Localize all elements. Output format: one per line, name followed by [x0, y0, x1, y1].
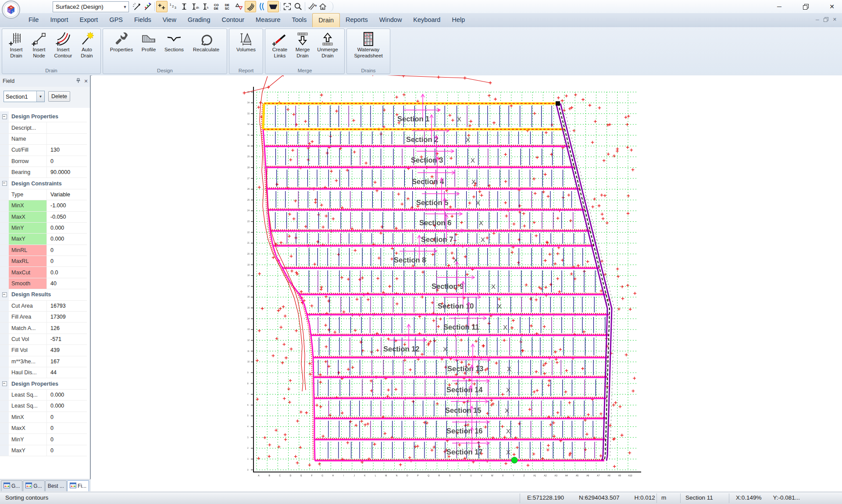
property-value[interactable]: 44 [47, 367, 87, 378]
property-value[interactable]: 0 [47, 256, 87, 266]
property-value[interactable]: 0 [47, 412, 87, 422]
property-value[interactable]: 90.0000 [47, 167, 87, 177]
property-value[interactable]: -571 [47, 334, 87, 344]
property-value[interactable]: 167 [47, 356, 87, 367]
open-folder-icon[interactable] [38, 1, 48, 12]
level-ah-icon[interactable]: h [201, 1, 211, 12]
collapse-icon[interactable] [2, 181, 7, 186]
waterway-spreadsheet-button[interactable]: Waterway Spreadsheet [350, 31, 387, 59]
property-value[interactable] [47, 122, 87, 133]
panel-close-icon[interactable]: ✕ [82, 78, 90, 84]
property-value[interactable]: 126 [47, 323, 87, 333]
tab-export[interactable]: Export [74, 13, 103, 27]
magnifier-icon[interactable] [293, 1, 303, 12]
collapse-icon[interactable] [2, 114, 7, 119]
section-selector[interactable]: Section1 ▼ [4, 91, 45, 102]
flow-lines-icon[interactable] [257, 1, 267, 12]
tab-reports[interactable]: Reports [340, 13, 374, 27]
property-value[interactable]: 0 [47, 445, 87, 456]
tab-import[interactable]: Import [44, 13, 74, 27]
properties-button[interactable]: Properties [106, 31, 137, 53]
property-value[interactable]: 0.0 [47, 267, 87, 277]
numbering-icon[interactable]: 123 [168, 1, 178, 12]
tab-fields[interactable]: Fields [128, 13, 157, 27]
insert-contour-button[interactable]: Insert Contour [50, 31, 76, 59]
collapse-icon[interactable] [2, 292, 7, 297]
auto-drain-button[interactable]: Auto Drain [76, 31, 98, 59]
status-easting: E:571228.190 [527, 494, 564, 501]
tab-tools[interactable]: Tools [286, 13, 312, 27]
level-icon[interactable] [179, 1, 189, 12]
collapse-icon[interactable] [2, 381, 7, 386]
merge-drain-button[interactable]: Merge Drain [292, 31, 314, 59]
property-value[interactable]: -0.050 [47, 212, 87, 222]
tab-window[interactable]: Window [374, 13, 408, 27]
view-tab-g[interactable]: G... [1, 480, 22, 491]
code-icon[interactable]: CODE [212, 1, 222, 12]
property-value[interactable]: -1.000 [47, 200, 87, 211]
level-dh-icon[interactable]: dh [190, 1, 200, 12]
volumes-button[interactable]: Volumes [232, 31, 260, 53]
app-logo-icon[interactable]: M F C [2, 0, 20, 19]
view-tab-fi[interactable]: Fi... [67, 480, 89, 491]
tab-measure[interactable]: Measure [250, 13, 286, 27]
property-value[interactable]: 0.000 [47, 234, 87, 244]
property-value[interactable]: 130 [47, 145, 87, 155]
insert-drain-button[interactable]: Insert Drain [5, 31, 28, 59]
profile-button[interactable]: Profile [137, 31, 160, 53]
unmerge-drain-button[interactable]: Unmerge Drain [314, 31, 342, 59]
close-button[interactable]: ✕ [825, 1, 838, 12]
triangles-icon[interactable] [234, 1, 244, 12]
create-links-button[interactable]: Create Links [268, 31, 292, 59]
tab-contour[interactable]: Contour [216, 13, 250, 27]
zoom-extents-icon[interactable] [282, 1, 293, 12]
property-label: MaxX [9, 212, 47, 222]
ribbon-button-label: Profile [142, 47, 156, 53]
property-value[interactable]: 0 [47, 156, 87, 167]
delete-button[interactable]: Delete [48, 91, 70, 102]
contour-lines-icon[interactable] [245, 1, 256, 12]
tab-drain[interactable]: Drain [312, 13, 340, 27]
colored-line-icon[interactable] [143, 1, 153, 12]
sections-button[interactable]: Sections [160, 31, 188, 53]
insert-node-button[interactable]: Insert Node [28, 31, 50, 59]
property-value[interactable]: 0 [47, 423, 87, 433]
desc-icon[interactable]: DESC [223, 1, 233, 12]
mdi-minimize-icon[interactable]: ─ [816, 17, 819, 22]
home-icon[interactable] [318, 1, 328, 12]
property-value[interactable]: Variable [47, 189, 87, 200]
status-height: H:0.012 [634, 494, 655, 501]
map-canvas[interactable] [92, 75, 842, 491]
minimize-button[interactable]: ─ [773, 1, 786, 12]
surface-selector[interactable]: Surface2 (Design) ▼ [53, 1, 129, 12]
add-points-icon[interactable] [156, 1, 168, 12]
property-value[interactable]: 0.000 [47, 401, 87, 411]
property-value[interactable]: 16793 [47, 301, 87, 311]
tab-help[interactable]: Help [446, 13, 471, 27]
view-tab-best[interactable]: Best ... [45, 480, 67, 491]
tab-keyboard[interactable]: Keyboard [407, 13, 446, 27]
property-value[interactable]: 0.000 [47, 390, 87, 400]
property-value[interactable]: 0.000 [47, 223, 87, 233]
property-value[interactable]: 0 [47, 434, 87, 444]
view-tab-g[interactable]: G... [23, 480, 44, 491]
tab-gps[interactable]: GPS [103, 13, 128, 27]
restore-button[interactable] [799, 1, 812, 12]
recalculate-button[interactable]: Recalculate [188, 31, 224, 53]
new-document-icon[interactable] [25, 1, 36, 12]
tab-file[interactable]: File [23, 13, 44, 27]
tab-grading[interactable]: Grading [182, 13, 216, 27]
property-value[interactable] [47, 134, 87, 144]
mdi-restore-icon[interactable] [824, 17, 828, 22]
drain-shape-icon[interactable] [268, 1, 279, 12]
property-value[interactable]: 40 [47, 278, 87, 289]
pin-icon[interactable] [74, 78, 82, 84]
mdi-close-icon[interactable]: ✕ [833, 17, 837, 22]
property-value[interactable]: 17309 [47, 312, 87, 322]
property-value[interactable]: 439 [47, 345, 87, 355]
pencil-line-icon[interactable] [132, 1, 142, 12]
row-gutter [0, 156, 9, 167]
property-value[interactable]: 0 [47, 245, 87, 256]
tab-view[interactable]: View [157, 13, 182, 27]
toolbar-overflow-icon[interactable]: ▾ [315, 4, 317, 8]
